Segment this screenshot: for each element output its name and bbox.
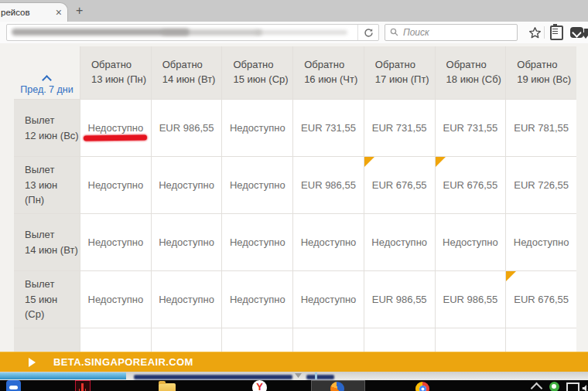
explorer-folder-icon[interactable] — [159, 383, 176, 391]
firefox-taskbar-button[interactable] — [311, 380, 365, 391]
search-box[interactable] — [385, 24, 518, 41]
row-header-3: Вылет14 июн (Вт) — [14, 214, 80, 270]
chevron-up-icon[interactable] — [42, 75, 52, 85]
fare-cell-text: Недоступно — [88, 236, 144, 248]
background-window-strip — [0, 372, 588, 380]
fare-calendar-table: Пред. 7 дни Обратно13 июн (Пн)Обратно14 … — [14, 46, 576, 352]
clipboard-icon[interactable] — [548, 25, 565, 40]
fare-cell-text: EUR 986,55 — [301, 179, 356, 191]
browser-toolbar — [0, 22, 588, 44]
row-header-label: Вылет — [25, 227, 80, 243]
empty-cell — [80, 328, 151, 352]
yandex-browser-icon[interactable]: Y — [252, 380, 267, 391]
unavailable-cell: Недоступно — [80, 100, 151, 156]
fare-cell-text: Недоступно — [88, 294, 144, 305]
windows-taskbar: Y — [0, 380, 588, 391]
speaker-icon[interactable] — [582, 382, 588, 391]
fare-cell-text: Недоступно — [230, 179, 285, 191]
table-corner-cell: Пред. 7 дни — [14, 46, 80, 99]
column-header-date: 19 июн (Вс) — [517, 73, 576, 87]
tray-chevron-up-icon[interactable] — [531, 382, 543, 391]
fare-cell[interactable]: EUR 731,55 — [293, 100, 364, 156]
unavailable-cell: Недоступно — [436, 214, 506, 270]
column-header-label: Обратно — [375, 58, 435, 73]
search-input[interactable] — [402, 26, 517, 39]
unavailable-cell: Недоступно — [364, 214, 435, 270]
column-header-label: Обратно — [517, 58, 576, 73]
censored-url-smudge — [162, 29, 262, 36]
chrome-icon[interactable] — [415, 382, 429, 391]
unavailable-cell: Недоступно — [222, 157, 292, 213]
unavailable-cell: Недоступно — [80, 271, 151, 328]
unavailable-cell: Недоступно — [293, 214, 364, 270]
column-header-date: 16 июн (Чт) — [304, 73, 364, 87]
fare-cell-text: Недоступно — [159, 236, 214, 248]
fare-cell-text: EUR 986,55 — [159, 122, 214, 134]
bookmark-star-icon[interactable] — [526, 25, 543, 40]
browser-tab[interactable]: рейсов × — [0, 2, 68, 22]
fare-cell[interactable]: EUR 986,55 — [364, 271, 435, 328]
fare-cell[interactable]: EUR 986,55 — [293, 157, 364, 213]
unavailable-cell: Недоступно — [80, 214, 151, 270]
empty-cell — [222, 328, 292, 352]
row-header-date: 12 июн (Вс) — [25, 128, 80, 144]
row-header-label: Вылет — [25, 277, 80, 292]
fare-cell[interactable]: EUR 726,55 — [506, 157, 576, 213]
fare-cell[interactable]: EUR 986,55 — [436, 271, 506, 328]
unavailable-cell: Недоступно — [222, 100, 292, 156]
lowest-fare-corner-icon — [436, 157, 446, 167]
teamviewer-icon[interactable] — [6, 380, 21, 391]
fare-cell-text: EUR 726,55 — [514, 179, 569, 191]
chevron-down-icon — [295, 373, 302, 378]
column-header-date: 14 июн (Вт) — [162, 73, 222, 87]
empty-cell — [436, 328, 506, 352]
unavailable-cell: Недоступно — [152, 157, 222, 213]
row-header-2: Вылет13 июн (Пн) — [14, 157, 80, 213]
column-header-5: Обратно17 июн (Пт) — [364, 46, 435, 99]
address-bar[interactable] — [6, 24, 379, 41]
column-header-date: 17 июн (Пт) — [375, 73, 435, 87]
column-header-date: 18 июн (Сб) — [446, 73, 506, 87]
tray-status-icon[interactable] — [549, 382, 559, 391]
fare-cell-text: EUR 676,55 — [514, 294, 569, 305]
empty-cell — [293, 328, 364, 352]
fare-cell[interactable]: EUR 731,55 — [364, 100, 435, 156]
fare-cell-text: EUR 781,55 — [514, 122, 569, 134]
fare-cell-text: Недоступно — [88, 179, 144, 191]
reload-icon[interactable] — [357, 25, 378, 40]
fare-cell[interactable]: EUR 676,55 — [364, 157, 435, 213]
new-tab-icon[interactable]: + — [71, 4, 87, 18]
fare-cell-text: EUR 676,55 — [372, 179, 427, 191]
column-header-label: Обратно — [446, 58, 506, 73]
row-header-date: 14 июн (Вт) — [25, 243, 80, 258]
clipped-text-smudge — [306, 375, 334, 379]
unavailable-cell: Недоступно — [152, 271, 222, 328]
fare-cell[interactable]: EUR 781,55 — [506, 100, 576, 156]
search-icon — [390, 26, 398, 39]
unavailable-cell: Недоступно — [293, 271, 364, 328]
fare-cell-text: Недоступно — [301, 236, 357, 248]
fare-cell[interactable]: EUR 731,55 — [436, 100, 506, 156]
toolbar-separator — [544, 26, 545, 39]
close-tab-icon[interactable]: × — [56, 6, 62, 19]
fare-cell[interactable]: EUR 676,55 — [506, 271, 576, 328]
empty-cell — [152, 328, 222, 352]
previous-7-days-link[interactable]: Пред. 7 дни — [20, 84, 73, 95]
lowest-fare-corner-icon — [506, 271, 516, 281]
fare-cell[interactable]: EUR 986,55 — [152, 100, 222, 156]
column-header-date: 13 июн (Пн) — [91, 73, 151, 87]
fare-cell-text: Недоступно — [301, 294, 357, 305]
unavailable-cell: Недоступно — [80, 157, 151, 213]
fare-cell-text: EUR 676,55 — [443, 179, 498, 191]
fare-cell-text: EUR 986,55 — [443, 294, 498, 305]
row-header-label: Вылет — [25, 162, 80, 178]
network-icon[interactable] — [566, 382, 579, 391]
fare-cell-text: Недоступно — [514, 236, 569, 248]
download-icon[interactable] — [577, 25, 588, 40]
row-header-5 — [14, 328, 80, 352]
beta-site-banner[interactable]: BETA.SINGAPOREAIR.COM — [0, 352, 588, 372]
acrobat-icon[interactable] — [75, 380, 91, 391]
column-header-label: Обратно — [162, 58, 222, 73]
column-header-6: Обратно18 июн (Сб) — [436, 46, 506, 99]
fare-cell[interactable]: EUR 676,55 — [436, 157, 506, 213]
